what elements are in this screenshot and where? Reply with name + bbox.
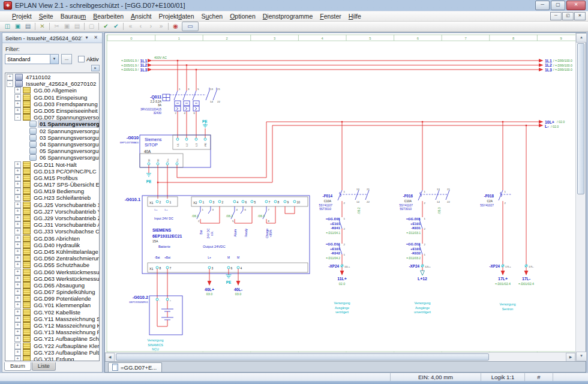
mdi-restore-button[interactable]: ◱ <box>562 12 574 20</box>
panel-tab-liste[interactable]: Liste <box>32 362 56 371</box>
tree-item[interactable]: +GG.H23 Schleifantrieb <box>5 194 99 201</box>
tree-item[interactable]: 01 Spannungsversorgung 24V DC <box>5 121 99 127</box>
expand-icon[interactable]: + <box>14 275 21 282</box>
collapse-icon[interactable]: - <box>14 114 21 121</box>
filter-combobox[interactable]: Standard ▼ <box>5 54 59 64</box>
expand-icon[interactable]: + <box>14 161 21 168</box>
horizontal-scroll-thumb[interactable] <box>116 353 489 361</box>
menu-optionen[interactable]: Optionen <box>226 12 259 20</box>
expand-icon[interactable]: + <box>14 248 21 255</box>
cut-button[interactable]: ✂ <box>52 22 62 31</box>
tree-item[interactable]: 02 Spannungsversorgung 24V DC <box>5 128 99 134</box>
copy-button[interactable]: ▣ <box>62 22 72 31</box>
expand-icon[interactable]: + <box>14 295 21 302</box>
page-next-button[interactable]: › <box>146 22 156 31</box>
filter-browse-button[interactable]: ... <box>61 54 72 64</box>
expand-icon[interactable]: + <box>14 215 21 221</box>
tree-item[interactable]: +GG.D03 Fremdspannung 230V AC <box>5 101 99 107</box>
tree-item[interactable]: +GG.M15 Profibus <box>5 175 99 181</box>
menu-fenster[interactable]: Fenster <box>316 12 345 20</box>
page-last-button[interactable]: » <box>156 22 166 31</box>
tree-item[interactable]: +GG.D65 Absaugung <box>5 282 99 289</box>
open-page-button[interactable]: ▣ <box>13 22 23 31</box>
tree-item[interactable]: +GG.D05 Einspeiseeinheit <box>5 107 99 114</box>
tree-item[interactable]: +GG.J27 Vorschubantrieb Y-Achse <box>5 208 99 215</box>
menu-suchen[interactable]: Suchen <box>198 12 227 20</box>
vertical-scroll-thumb[interactable] <box>577 43 584 194</box>
tree-item[interactable]: +GG.M17 SPS-Übersicht E/A <box>5 181 99 188</box>
expand-icon[interactable]: + <box>14 316 21 322</box>
expand-icon[interactable]: + <box>14 289 21 295</box>
print-button[interactable]: ▤ <box>23 22 33 31</box>
tree-item[interactable]: +GG.D60 Werkstückmessung <box>5 268 99 275</box>
tree-item[interactable]: +47110102 <box>5 74 99 80</box>
minimize-button[interactable]: ─ <box>535 1 550 10</box>
combo-dropdown-icon[interactable]: ▼ <box>50 55 58 64</box>
menu-ansicht[interactable]: Ansicht <box>127 12 155 20</box>
expand-icon[interactable]: + <box>14 309 21 316</box>
expand-icon[interactable]: + <box>14 87 21 94</box>
page-first-button[interactable]: « <box>125 22 136 31</box>
expand-icon[interactable]: + <box>14 356 21 361</box>
expand-icon[interactable]: + <box>14 242 21 248</box>
expand-icon[interactable]: + <box>14 255 21 262</box>
close-project-button[interactable]: ✕ <box>37 22 47 31</box>
tree-item[interactable]: +GG.Y21 Aufbaupläne Schaltschränke <box>5 335 99 342</box>
collapse-icon[interactable]: - <box>7 80 13 87</box>
menu-seite[interactable]: Seite <box>35 12 57 20</box>
tree-item[interactable]: +GG.J31 Vorschubantrieb A-Achse <box>5 221 99 228</box>
expand-icon[interactable]: + <box>14 101 21 107</box>
expand-icon[interactable]: + <box>14 194 21 201</box>
panel-mini-button[interactable]: ▸ <box>91 65 100 71</box>
maximize-button[interactable]: ▢ <box>551 1 565 10</box>
menu-dienstprogramme[interactable]: Dienstprogramme <box>259 12 316 20</box>
delete-button[interactable]: ▢ <box>86 22 97 31</box>
tree-item[interactable]: +GG.Y02 Kabelliste <box>5 309 99 316</box>
tree-item[interactable]: +GG.D40 Hydraulik <box>5 242 99 248</box>
expand-icon[interactable]: + <box>14 208 21 215</box>
scroll-up-icon[interactable]: ▲ <box>576 33 587 43</box>
tree-item[interactable]: +GG.D67 Spindelkühlung <box>5 289 99 295</box>
open-project-button[interactable]: ◫ <box>2 22 13 31</box>
tree-item[interactable]: +GG.J25 Vorschubantrieb X-Achse <box>5 202 99 208</box>
expand-icon[interactable]: + <box>14 349 21 356</box>
panel-tab-baum[interactable]: Baum <box>4 362 31 371</box>
expand-icon[interactable]: + <box>14 322 21 329</box>
document-tab[interactable]: =GG.D07+E... <box>108 362 162 372</box>
tree-item[interactable]: +GG.Y11 Masszeichnung Schaltschränke <box>5 316 99 322</box>
page-prev-button[interactable]: ‹ <box>136 22 146 31</box>
expand-icon[interactable]: + <box>14 175 21 181</box>
page-tree[interactable]: +47110102-IssueNr_425624_60270102+GG.00 … <box>5 73 100 361</box>
expand-icon[interactable]: + <box>14 329 21 335</box>
scroll-down-icon[interactable]: ▼ <box>576 352 587 361</box>
tree-item[interactable]: +GG.D01 Einspeisung <box>5 94 99 101</box>
edit-check-button[interactable]: ✔ <box>101 22 111 31</box>
tree-item[interactable]: +GG.Y22 Aufbaupläne Klemmenkästen <box>5 343 99 349</box>
tree-item[interactable]: 05 Spannungsversorgung 24V DC <box>5 148 99 154</box>
tree-item[interactable]: 03 Spannungsversorgung 24V DC <box>5 134 99 141</box>
tree-item[interactable]: -GG.D07 Spannungsversorgung 24V DC <box>5 114 99 121</box>
expand-icon[interactable]: + <box>14 269 21 275</box>
tree-item[interactable]: 06 Spannungsversorgung 24V DC <box>5 154 99 161</box>
vertical-scrollbar[interactable]: ▲ ▼ <box>575 33 586 361</box>
panel-close-icon[interactable]: ✕ <box>91 34 100 42</box>
tree-item[interactable]: +GG.00 Allgemein <box>5 87 99 94</box>
expand-icon[interactable]: + <box>14 202 21 208</box>
mdi-minimize-button[interactable]: ─ <box>550 12 562 20</box>
menu-projektdaten[interactable]: Projektdaten <box>155 12 198 20</box>
title-bar[interactable]: ◈ EPLAN View 2.1 - schreibgeschützt - [=… <box>0 0 588 11</box>
expand-icon[interactable]: + <box>14 94 21 101</box>
expand-icon[interactable]: + <box>14 235 21 242</box>
expand-icon[interactable]: + <box>14 188 21 194</box>
expand-icon[interactable]: + <box>14 343 21 349</box>
tree-item[interactable]: -IssueNr_425624_60270102 <box>5 80 99 87</box>
expand-icon[interactable]: + <box>14 262 21 268</box>
tree-item[interactable]: +GG.D50 Zentralschmierung <box>5 255 99 262</box>
tree-item[interactable]: +GG.J33 Vorschubachse C-Achse <box>5 228 99 235</box>
edit-check2-button[interactable]: ✔ <box>111 22 121 31</box>
expand-icon[interactable]: + <box>14 282 21 289</box>
tree-item[interactable]: 04 Spannungsversorgung 24V DC <box>5 141 99 148</box>
pages-panel-header[interactable]: Seiten - IssueNr_425624_60270102 ▾ ✕ <box>2 33 102 43</box>
panel-menu-icon[interactable]: ▾ <box>82 34 91 42</box>
horizontal-scrollbar[interactable]: ◀ ▶ <box>105 352 575 361</box>
